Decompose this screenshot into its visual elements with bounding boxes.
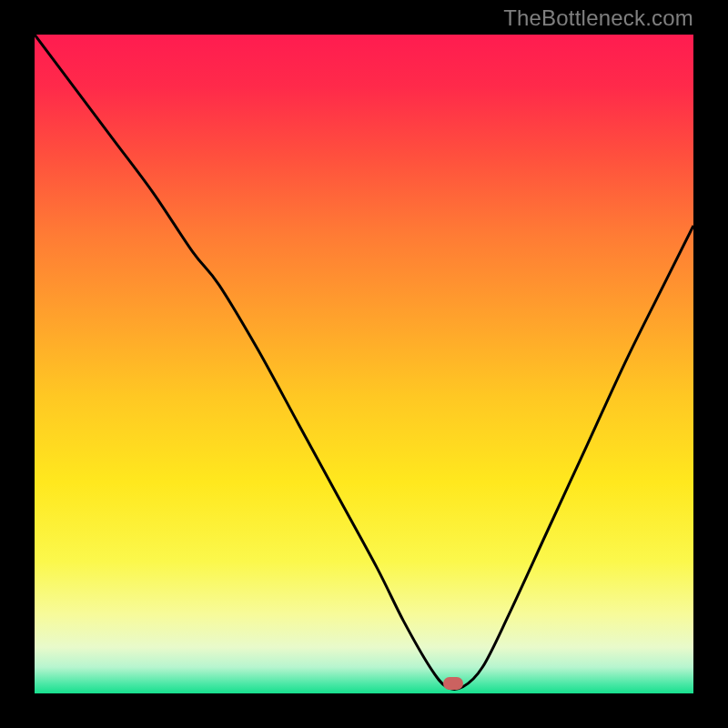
chart-frame: TheBottleneck.com — [0, 0, 728, 728]
bottleneck-marker — [443, 677, 463, 690]
bottleneck-curve — [35, 35, 693, 693]
plot-area — [35, 35, 693, 693]
watermark-text: TheBottleneck.com — [503, 5, 693, 31]
